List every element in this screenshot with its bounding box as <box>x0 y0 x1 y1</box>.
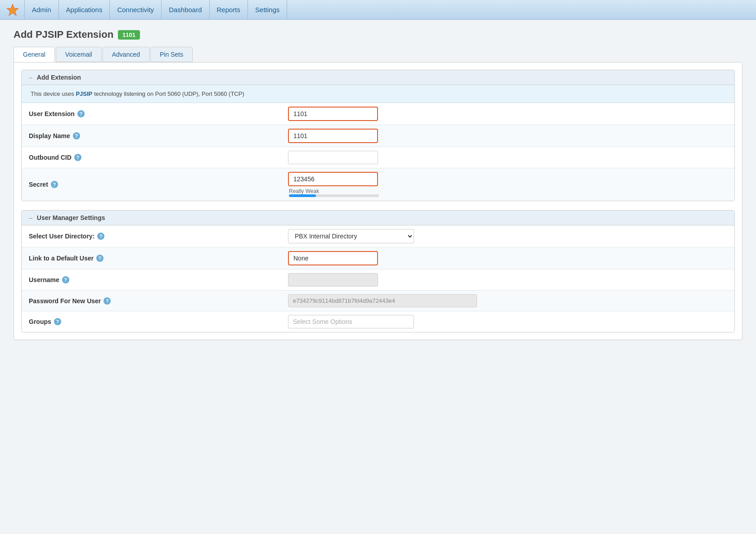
password-new-user-input[interactable] <box>288 294 477 307</box>
select-user-directory-row: Select User Directory: ? PBX Internal Di… <box>22 225 734 247</box>
select-user-directory-help[interactable]: ? <box>97 233 104 240</box>
page-title: Add PJSIP Extension <box>14 29 113 40</box>
user-extension-value <box>283 103 734 125</box>
username-row: Username ? <box>22 269 734 291</box>
groups-row: Groups ? Select Some Options <box>22 311 734 332</box>
nav-connectivity[interactable]: Connectivity <box>110 0 162 20</box>
tab-voicemail[interactable]: Voicemail <box>56 47 102 62</box>
user-manager-header: – User Manager Settings <box>22 211 734 225</box>
strength-bar <box>289 194 316 197</box>
username-label: Username ? <box>22 272 283 288</box>
page-title-row: Add PJSIP Extension 1101 <box>14 29 742 40</box>
info-banner: This device uses PJSIP technology listen… <box>22 85 734 103</box>
password-new-user-label: Password For New User ? <box>22 293 283 309</box>
user-extension-row: User Extension ? <box>22 103 734 125</box>
display-name-row: Display Name ? <box>22 125 734 147</box>
strength-label: Really Weak <box>289 188 379 194</box>
select-user-directory-label: Select User Directory: ? <box>22 228 283 244</box>
extension-badge: 1101 <box>118 30 140 40</box>
groups-help[interactable]: ? <box>54 318 61 325</box>
strength-bar-container <box>289 194 379 197</box>
outbound-cid-input[interactable] <box>288 151 378 164</box>
password-new-user-help[interactable]: ? <box>104 297 111 305</box>
tab-general[interactable]: General <box>14 47 55 62</box>
secret-label: Secret ? <box>22 176 283 193</box>
tab-pin-sets[interactable]: Pin Sets <box>150 47 193 62</box>
username-help[interactable]: ? <box>62 276 69 283</box>
select-user-directory-select[interactable]: PBX Internal Directory <box>288 229 414 243</box>
password-new-user-value <box>283 291 734 311</box>
outbound-cid-value <box>283 147 734 168</box>
outbound-cid-row: Outbound CID ? <box>22 147 734 168</box>
user-extension-input[interactable] <box>288 107 378 121</box>
nav-dashboard[interactable]: Dashboard <box>162 0 209 20</box>
tabs: General Voicemail Advanced Pin Sets <box>14 47 742 62</box>
user-extension-help[interactable]: ? <box>77 110 85 117</box>
link-default-user-help[interactable]: ? <box>96 255 104 262</box>
pjsip-bold: PJSIP <box>76 90 92 97</box>
username-input[interactable] <box>288 273 378 287</box>
groups-label: Groups ? <box>22 314 283 330</box>
nav-settings[interactable]: Settings <box>248 0 287 20</box>
sections-wrapper: – Add Extension This device uses PJSIP t… <box>14 63 742 340</box>
top-nav: Admin Applications Connectivity Dashboar… <box>0 0 756 20</box>
add-extension-form: This device uses PJSIP technology listen… <box>22 85 734 201</box>
secret-value: Really Weak <box>283 168 734 201</box>
link-default-user-row: Link to a Default User ? <box>22 247 734 269</box>
username-value <box>283 269 734 290</box>
add-extension-section: – Add Extension This device uses PJSIP t… <box>21 70 735 201</box>
logo <box>4 2 21 18</box>
password-new-user-row: Password For New User ? <box>22 291 734 311</box>
select-user-directory-value: PBX Internal Directory <box>283 225 734 247</box>
link-default-user-input[interactable] <box>288 251 378 265</box>
secret-input[interactable] <box>288 172 378 186</box>
secret-help[interactable]: ? <box>51 181 58 188</box>
display-name-label: Display Name ? <box>22 128 283 144</box>
nav-admin[interactable]: Admin <box>24 0 59 20</box>
user-manager-form: Select User Directory: ? PBX Internal Di… <box>22 225 734 332</box>
nav-reports[interactable]: Reports <box>210 0 248 20</box>
user-manager-section: – User Manager Settings Select User Dire… <box>21 210 735 332</box>
link-default-user-label: Link to a Default User ? <box>22 250 283 266</box>
add-extension-header: – Add Extension <box>22 70 734 85</box>
groups-value: Select Some Options <box>283 311 734 332</box>
display-name-value <box>283 125 734 147</box>
nav-applications[interactable]: Applications <box>59 0 110 20</box>
tab-advanced[interactable]: Advanced <box>103 47 149 62</box>
groups-select[interactable]: Select Some Options <box>288 315 414 328</box>
main-panel: – Add Extension This device uses PJSIP t… <box>14 62 742 340</box>
outbound-cid-help[interactable]: ? <box>74 154 81 161</box>
user-extension-label: User Extension ? <box>22 106 283 122</box>
secret-row: Secret ? Really Weak <box>22 168 734 201</box>
outbound-cid-label: Outbound CID ? <box>22 149 283 166</box>
page-content: Add PJSIP Extension 1101 General Voicema… <box>0 20 756 534</box>
display-name-help[interactable]: ? <box>73 132 80 139</box>
display-name-input[interactable] <box>288 129 378 143</box>
link-default-user-value <box>283 247 734 269</box>
secret-strength-container: Really Weak <box>288 172 379 197</box>
